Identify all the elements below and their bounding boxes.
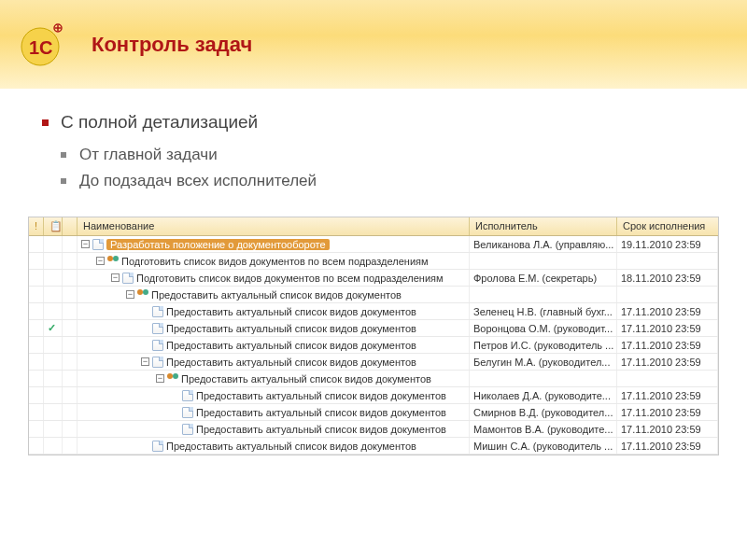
table-row[interactable]: Предоставить актуальный список видов док… — [29, 404, 718, 421]
cell-name[interactable]: Предоставить актуальный список видов док… — [78, 438, 470, 454]
table-row[interactable]: Предоставить актуальный список видов док… — [29, 303, 718, 320]
cell-flag — [29, 303, 44, 319]
table-row[interactable]: Предоставить актуальный список видов док… — [29, 337, 718, 354]
cell-name[interactable]: Предоставить актуальный список видов док… — [78, 387, 470, 403]
logo-1c: 1C — [17, 21, 63, 68]
collapse-icon[interactable]: − — [156, 374, 164, 383]
task-name: Предоставить актуальный список видов док… — [181, 373, 431, 385]
task-name: Предоставить актуальный список видов док… — [166, 357, 416, 368]
table-row[interactable]: −Предоставить актуальный список видов до… — [29, 354, 718, 371]
cell-name[interactable]: Предоставить актуальный список видов док… — [78, 337, 470, 353]
table-row[interactable]: −Разработать положение о документооборот… — [29, 236, 718, 253]
cell-due — [617, 287, 718, 302]
collapse-icon[interactable]: − — [126, 290, 134, 299]
col-header-executor[interactable]: Исполнитель — [470, 217, 617, 235]
cell-name[interactable]: Предоставить актуальный список видов док… — [78, 404, 470, 420]
cell-check — [44, 387, 63, 403]
bullet-sub-1: От главной задачи — [61, 146, 710, 164]
cell-spacer — [63, 303, 78, 319]
document-icon — [152, 340, 163, 351]
collapse-icon[interactable]: − — [96, 257, 105, 265]
cell-flag — [29, 236, 44, 252]
table-row[interactable]: ✓Предоставить актуальный список видов до… — [29, 320, 718, 337]
cell-due: 17.11.2010 23:59 — [617, 320, 718, 336]
document-icon — [182, 424, 193, 435]
col-header-name[interactable]: Наименование — [78, 217, 470, 235]
table-row[interactable]: Предоставить актуальный список видов док… — [29, 387, 718, 404]
grid-header: ! 📋 Наименование Исполнитель Срок исполн… — [29, 217, 718, 236]
cell-due — [617, 253, 718, 269]
cell-name[interactable]: Предоставить актуальный список видов док… — [78, 320, 470, 336]
collapse-icon[interactable]: − — [141, 357, 149, 366]
cell-check — [44, 337, 63, 353]
users-icon — [107, 256, 119, 267]
cell-due: 17.11.2010 23:59 — [617, 404, 718, 420]
cell-flag — [29, 320, 44, 336]
table-row[interactable]: −Предоставить актуальный список видов до… — [29, 371, 718, 387]
cell-spacer — [63, 236, 78, 252]
cell-name[interactable]: −Подготовить список видов документов по … — [78, 270, 470, 286]
table-row[interactable]: −Подготовить список видов документов по … — [29, 253, 718, 270]
cell-flag — [29, 387, 44, 403]
cell-name[interactable]: Предоставить актуальный список видов док… — [78, 421, 470, 437]
table-row[interactable]: Предоставить актуальный список видов док… — [29, 438, 718, 455]
cell-spacer — [63, 438, 78, 454]
col-header-check[interactable]: 📋 — [44, 217, 63, 235]
collapse-icon[interactable]: − — [81, 240, 90, 248]
cell-name[interactable]: −Предоставить актуальный список видов до… — [78, 354, 470, 370]
task-name: Предоставить актуальный список видов док… — [196, 407, 446, 418]
task-name: Предоставить актуальный список видов док… — [166, 441, 416, 452]
cell-check — [44, 253, 63, 269]
document-icon — [182, 407, 193, 418]
cell-check — [44, 270, 63, 286]
cell-name[interactable]: −Подготовить список видов документов по … — [78, 253, 470, 269]
collapse-icon[interactable]: − — [111, 273, 120, 282]
cell-spacer — [63, 337, 78, 353]
cell-executor: Николаев Д.А. (руководите... — [470, 387, 617, 403]
cell-check — [44, 438, 63, 454]
cell-spacer — [63, 354, 78, 370]
task-grid: ! 📋 Наименование Исполнитель Срок исполн… — [28, 217, 719, 455]
cell-flag — [29, 270, 44, 286]
cell-spacer — [63, 371, 78, 386]
cell-name[interactable]: Предоставить актуальный список видов док… — [78, 303, 470, 319]
cell-spacer — [63, 404, 78, 420]
document-icon — [122, 273, 134, 284]
flag-icon: ! — [35, 220, 37, 231]
svg-text:1C: 1C — [29, 37, 53, 58]
document-icon — [182, 390, 193, 401]
task-name: Разработать положение о документообороте — [106, 239, 330, 250]
cell-spacer — [63, 320, 78, 336]
cell-executor: Зеленец Н.В. (главный бухг... — [470, 303, 617, 319]
cell-flag — [29, 438, 44, 454]
grid-body: −Разработать положение о документооборот… — [29, 236, 718, 455]
cell-check — [44, 236, 63, 252]
cell-flag — [29, 354, 44, 370]
cell-executor — [470, 371, 617, 386]
table-row[interactable]: −Предоставить актуальный список видов до… — [29, 287, 718, 303]
task-name: Предоставить актуальный список видов док… — [196, 424, 446, 435]
cell-flag — [29, 421, 44, 437]
col-header-flag[interactable]: ! — [29, 217, 44, 235]
cell-name[interactable]: −Предоставить актуальный список видов до… — [78, 371, 470, 386]
cell-due — [617, 371, 718, 386]
cell-spacer — [63, 270, 78, 286]
cell-name[interactable]: −Предоставить актуальный список видов до… — [78, 287, 470, 302]
task-name: Предоставить актуальный список видов док… — [151, 289, 402, 301]
cell-check — [44, 371, 63, 386]
cell-due: 17.11.2010 23:59 — [617, 303, 718, 319]
col-header-due[interactable]: Срок исполнения — [617, 217, 718, 235]
table-row[interactable]: Предоставить актуальный список видов док… — [29, 421, 718, 438]
cell-check — [44, 421, 63, 437]
cell-spacer — [63, 253, 78, 269]
cell-executor — [470, 287, 617, 302]
table-row[interactable]: −Подготовить список видов документов по … — [29, 270, 718, 287]
bullet-main: С полной детализацией От главной задачи … — [42, 112, 710, 190]
cell-due: 18.11.2010 23:59 — [617, 270, 718, 286]
cell-name[interactable]: −Разработать положение о документооборот… — [78, 236, 470, 252]
cell-due: 17.11.2010 23:59 — [617, 337, 718, 353]
cell-executor: Великанова Л.А. (управляю... — [470, 236, 617, 252]
slide-content: С полной детализацией От главной задачи … — [0, 89, 747, 190]
cell-spacer — [63, 387, 78, 403]
cell-flag — [29, 287, 44, 302]
